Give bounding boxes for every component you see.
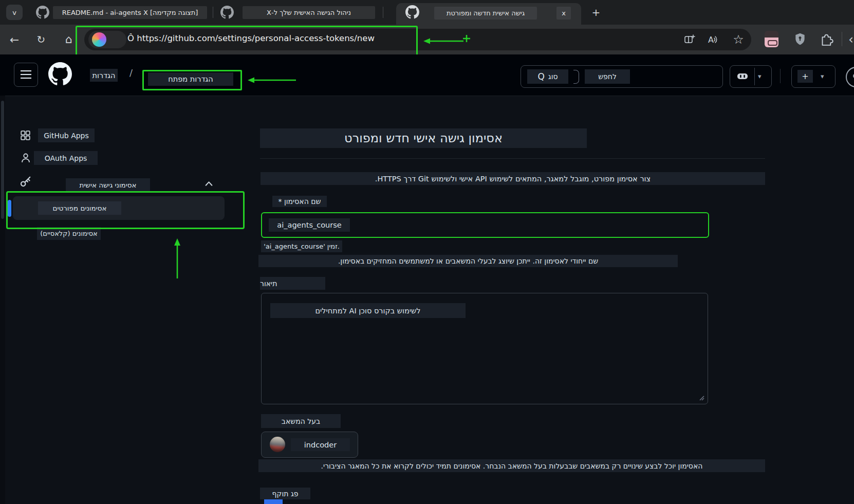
sidebar-item-personal-access-tokens[interactable]: אסימוני גישה אישית bbox=[66, 178, 150, 192]
slash-separator: / bbox=[129, 67, 133, 78]
apps-grid-icon bbox=[21, 130, 30, 140]
chevron-up-icon[interactable] bbox=[205, 180, 213, 187]
page-title: אסימון גישה אישי חדש ומפורט bbox=[260, 128, 587, 148]
token-name-label: שם האסימון * bbox=[272, 196, 327, 207]
annotation-arrow-sidebar bbox=[172, 237, 183, 281]
split-screen-icon[interactable] bbox=[683, 33, 696, 46]
new-tab-icon[interactable]: + bbox=[589, 5, 603, 20]
resource-owner-button[interactable]: indcoder bbox=[261, 432, 358, 458]
scrollbar-thumb[interactable] bbox=[1, 101, 4, 219]
title-divider bbox=[260, 158, 765, 159]
favorites-star-icon[interactable]: ☆ bbox=[731, 32, 746, 47]
annotation-arrow-breadcrumb bbox=[247, 75, 298, 85]
search-hint: Q סוג bbox=[527, 69, 568, 84]
tab-readme[interactable]: README.md - ai-agents X [תצוגה מקדימה] bbox=[30, 0, 213, 25]
tab-manage-access[interactable]: ניהול הגישה האישית שלך ל-X bbox=[216, 0, 381, 25]
sidebar-item-oauth-apps[interactable]: OAuth Apps bbox=[34, 151, 98, 165]
read-aloud-icon[interactable]: A bbox=[707, 33, 719, 46]
breadcrumb-settings[interactable]: הגדרות bbox=[90, 69, 118, 82]
header-divider bbox=[780, 69, 781, 83]
sidebar-item-github-apps[interactable]: GitHub Apps bbox=[38, 128, 95, 142]
search-q-icon: Q bbox=[537, 71, 544, 82]
annotation-box-breadcrumb bbox=[142, 70, 242, 90]
extension-icon[interactable] bbox=[765, 31, 778, 47]
tab-title: ניהול הגישה האישית שלך ל-X bbox=[243, 6, 375, 19]
annotation-arrow-urlbar bbox=[422, 34, 474, 46]
hamburger-menu-button[interactable] bbox=[14, 63, 38, 87]
back-icon[interactable]: ← bbox=[6, 32, 23, 47]
browser-window: v README.md - ai-agents X [תצוגה מקדימה]… bbox=[0, 0, 854, 504]
chevron-down-icon: ▾ bbox=[821, 72, 824, 80]
resource-owner-label: בעל המשאב bbox=[261, 414, 341, 428]
copilot-menu-button[interactable]: ▾ bbox=[730, 65, 772, 88]
expiration-label: פג תוקף bbox=[260, 488, 310, 499]
plus-icon: + bbox=[797, 70, 813, 83]
resize-grip-icon[interactable] bbox=[699, 395, 705, 401]
github-favicon bbox=[220, 6, 234, 19]
refresh-icon[interactable]: ↻ bbox=[33, 32, 49, 47]
tab-title: גישה אישית חדשה ומפורטת bbox=[434, 7, 537, 20]
search-input[interactable]: Q סוג לחפש bbox=[521, 65, 723, 88]
expiration-control-partial[interactable] bbox=[264, 499, 283, 504]
annotation-box-sidebar bbox=[6, 191, 245, 229]
extensions-puzzle-icon[interactable] bbox=[820, 32, 834, 46]
page-scrollbar[interactable] bbox=[0, 96, 5, 504]
tab-title: README.md - ai-agents X [תצוגה מקדימה] bbox=[53, 6, 207, 19]
svg-text:A: A bbox=[708, 35, 714, 45]
copilot-robot-icon bbox=[736, 71, 749, 82]
description-value: לשימוש בקורס סוכן AI למתחילים bbox=[270, 303, 466, 318]
description-label: תיאור bbox=[260, 277, 325, 290]
intro-text: צור אסימון מפורט, מוגבל למאגר, המתאים לש… bbox=[261, 172, 765, 185]
token-name-value: ai_agents_course bbox=[269, 218, 350, 232]
search-placeholder: לחפש bbox=[585, 69, 630, 84]
github-logo[interactable] bbox=[48, 62, 72, 86]
resource-owner-value: indcoder bbox=[291, 438, 350, 451]
github-favicon bbox=[405, 5, 419, 19]
token-name-help: שם ייחודי לאסימון זה. ייתכן שיוצג לבעלי … bbox=[258, 255, 678, 267]
person-icon bbox=[21, 153, 31, 163]
vertical-tabs-button[interactable]: v bbox=[6, 5, 23, 20]
description-textarea[interactable]: לשימוש בקורס סוכן AI למתחילים bbox=[261, 293, 708, 404]
home-icon[interactable]: ⌂ bbox=[61, 31, 77, 47]
hamburger-icon bbox=[21, 70, 31, 79]
tab-divider bbox=[383, 7, 383, 18]
avatar bbox=[270, 437, 285, 452]
chevron-down-icon: ▾ bbox=[758, 72, 762, 80]
github-favicon bbox=[36, 6, 49, 19]
resource-owner-help: האסימון יוכל לבצע שינויים רק במשאבים שבב… bbox=[258, 459, 765, 472]
token-name-input[interactable]: ai_agents_course bbox=[261, 212, 709, 238]
tab-new-token-active[interactable]: גישה אישית חדשה ומפורטת x bbox=[396, 3, 581, 25]
overflow-chevron-icon[interactable]: ‹ bbox=[848, 32, 854, 47]
github-header bbox=[0, 54, 854, 96]
shield-icon[interactable] bbox=[793, 32, 807, 46]
key-icon bbox=[20, 175, 32, 188]
create-new-button[interactable]: + ▾ bbox=[791, 65, 836, 88]
close-icon[interactable]: x bbox=[556, 7, 571, 20]
slash-key-icon bbox=[573, 70, 579, 84]
annotation-box-urlbar bbox=[76, 26, 418, 57]
token-name-availability: 'ai_agents_course' זמין. bbox=[261, 240, 342, 252]
toolbar-divider bbox=[842, 32, 842, 46]
tab-divider bbox=[213, 7, 213, 18]
